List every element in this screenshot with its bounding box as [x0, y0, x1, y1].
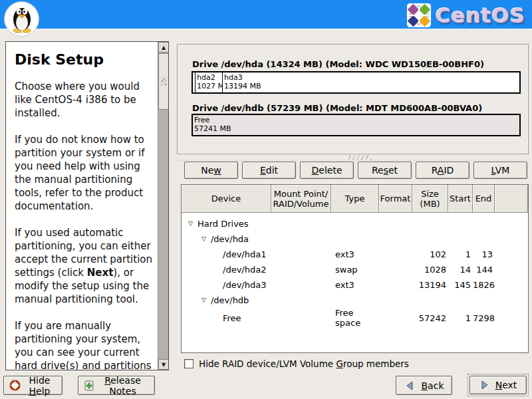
delete-button[interactable]: Delete — [300, 162, 354, 179]
table-row[interactable]: ▽Hard Drives — [182, 216, 528, 231]
drive-hdb-label: Drive /dev/hdb (57239 MB) (Model: MDT MD… — [192, 103, 482, 113]
centos-pinwheel-logo-icon — [406, 3, 432, 28]
edit-button[interactable]: Edit — [242, 162, 296, 179]
drive-hda-label: Drive /dev/hda (14324 MB) (Model: WDC WD… — [192, 59, 484, 69]
table-row[interactable]: ▽/dev/hdb — [182, 293, 528, 308]
lvm-button[interactable]: LVM — [473, 162, 527, 179]
drive-hda-bar: hda2 1027 M hda3 13194 MB — [192, 71, 521, 94]
drive-hdb-bar: Free 57241 MB — [192, 114, 521, 136]
next-button[interactable]: Next — [469, 376, 527, 394]
brand-area: CentOS — [406, 3, 525, 28]
table-row[interactable]: /dev/hda3 ext3 131941451826 — [182, 277, 528, 293]
col-header-type[interactable]: Type — [331, 185, 379, 213]
col-header-mount[interactable]: Mount Point/ RAID/Volume — [271, 185, 331, 213]
table-row[interactable]: /dev/hda2 swap 102814144 — [182, 262, 528, 277]
help-scrollbar[interactable]: ▲ ▼ — [158, 42, 168, 370]
partition-segment-hda3[interactable]: hda3 13194 MB — [222, 72, 519, 92]
back-button[interactable]: Back — [396, 376, 452, 395]
expander-icon[interactable]: ▽ — [188, 221, 193, 227]
table-body: ▽Hard Drives ▽/dev/hda /dev/hda1 ext3 10… — [182, 213, 528, 323]
help-paragraph-3: If you used automatic partitioning, you … — [15, 226, 152, 306]
scroll-down-icon[interactable]: ▼ — [158, 359, 169, 370]
tux-logo — [4, 1, 39, 37]
tux-penguin-icon — [8, 5, 36, 34]
scroll-up-icon[interactable]: ▲ — [158, 42, 169, 53]
release-notes-icon — [84, 380, 94, 391]
expander-icon[interactable]: ▽ — [201, 236, 206, 242]
free-space-segment[interactable]: Free 57241 MB — [193, 115, 519, 135]
page-title: Disk Setup — [15, 51, 152, 68]
help-paragraph-4: If you are manually partitioning your sy… — [15, 319, 152, 370]
col-header-start[interactable]: Start — [448, 185, 473, 213]
expander-icon[interactable]: ▽ — [201, 297, 206, 303]
installer-window: CentOS Disk Setup Choose where you would… — [0, 0, 532, 399]
hide-raid-checkbox-row: Hide RAID device/LVM Volume Group member… — [184, 358, 409, 369]
new-button[interactable]: New — [184, 162, 238, 179]
drives-graph-frame: Drive /dev/hda (14324 MB) (Model: WDC WD… — [177, 44, 529, 154]
help-panel: Disk Setup Choose where you would like C… — [5, 41, 169, 370]
table-row[interactable]: ▽/dev/hda — [182, 231, 528, 247]
hide-raid-checkbox[interactable] — [184, 359, 194, 368]
lifebuoy-icon — [9, 380, 21, 391]
col-header-filler — [495, 185, 528, 213]
help-scrollbar-thumb[interactable] — [158, 53, 169, 110]
next-arrow-icon — [479, 380, 490, 390]
partition-table: Device Mount Point/ RAID/Volume Type For… — [181, 184, 529, 353]
help-text: Disk Setup Choose where you would like C… — [6, 42, 158, 370]
hide-raid-checkbox-label[interactable]: Hide RAID device/LVM Volume Group member… — [199, 358, 409, 369]
col-header-size[interactable]: Size (MB) — [412, 185, 448, 213]
col-header-format[interactable]: Format — [379, 185, 412, 213]
table-row[interactable]: /dev/hda1 ext3 102113 — [182, 247, 528, 262]
reset-button[interactable]: Reset — [358, 162, 412, 179]
partition-segment-hda2[interactable]: hda2 1027 M — [195, 72, 222, 92]
hide-help-button[interactable]: Hide Help — [3, 376, 63, 395]
back-arrow-icon — [404, 380, 415, 391]
brand-wordmark: CentOS — [436, 3, 525, 27]
col-header-end[interactable]: End — [473, 185, 495, 213]
table-row[interactable]: Free Free space 5724217298 — [182, 308, 528, 323]
pane-resize-grip[interactable] — [346, 155, 371, 160]
scrollbar-grip — [161, 78, 167, 86]
help-paragraph-2: If you do not know how to partition your… — [15, 133, 152, 213]
next-button-focus-ring: Next — [467, 374, 529, 396]
release-notes-button[interactable]: Release Notes — [78, 376, 155, 395]
header-banner: CentOS — [0, 0, 532, 29]
table-header-row: Device Mount Point/ RAID/Volume Type For… — [182, 185, 528, 213]
help-paragraph-1: Choose where you would like CentOS-4 i38… — [15, 80, 152, 120]
col-header-device[interactable]: Device — [182, 185, 271, 213]
raid-button[interactable]: RAID — [416, 162, 469, 179]
